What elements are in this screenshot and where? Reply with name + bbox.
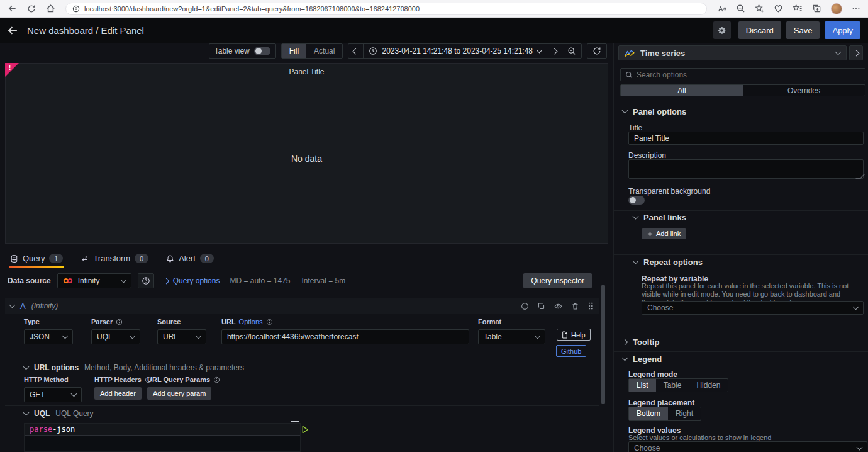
table-view-switch[interactable] [254,47,270,55]
description-textarea[interactable] [628,159,864,179]
viz-type-picker[interactable]: Time series [618,45,847,60]
drag-handle-icon[interactable] [587,302,594,310]
browser-home-icon[interactable] [46,4,55,13]
site-info-icon[interactable] [72,5,80,13]
query-row-header[interactable]: A (Infinity) [5,298,599,314]
discard-button[interactable]: Discard [738,21,781,39]
panel-settings-button[interactable] [713,21,731,39]
zoom-out-time-button[interactable] [562,44,581,58]
tab-alert[interactable]: Alert 0 [166,249,214,268]
query-options-label: Query options [173,276,220,285]
read-aloud-icon[interactable] [717,4,726,13]
info-circle-icon[interactable] [116,319,123,325]
profile-avatar[interactable] [831,3,842,14]
tab-all[interactable]: All [621,85,743,96]
browser-essentials-icon[interactable] [774,4,783,13]
url-options-link[interactable]: Options [239,318,263,325]
datasource-help-button[interactable] [138,273,154,288]
field-format: Format Table [478,317,545,344]
run-query-icon[interactable] [301,426,309,434]
uql-title: UQL [34,409,50,418]
repeat-variable-select[interactable]: Choose [642,301,864,315]
legend-placement-bottom[interactable]: Bottom [629,407,668,420]
database-icon [10,254,18,263]
chevron-left-icon [353,48,359,54]
transparent-background-switch[interactable] [628,196,645,205]
query-scrollbar[interactable] [601,285,605,404]
editor-resize-handle[interactable] [291,421,299,422]
uql-header[interactable]: UQL UQL Query [24,409,94,418]
tab-transform[interactable]: Transform 0 [81,249,148,268]
toggle-query-visibility-icon[interactable] [554,302,563,310]
legend-placement-right[interactable]: Right [668,407,701,420]
back-to-dashboard-icon[interactable] [8,25,18,36]
tab-query[interactable]: Query 1 [10,249,63,268]
uql-code-editor[interactable]: parse-json [24,423,301,452]
field-source: Source URL [157,317,206,344]
datasource-picker[interactable]: Infinity [57,273,131,288]
parser-select[interactable]: UQL [91,329,140,344]
panel-options-header[interactable]: Panel options [623,107,686,116]
viz-type-value: Time series [640,48,685,58]
duplicate-query-icon[interactable] [537,302,545,310]
fill-option[interactable]: Fill [282,44,306,58]
interval-value: Interval = 5m [302,276,346,285]
time-shift-back-button[interactable] [348,44,363,58]
query-inspector-button[interactable]: Query inspector [523,273,592,288]
browser-back-icon[interactable] [8,4,17,13]
time-shift-forward-button[interactable] [547,44,562,58]
add-header-button[interactable]: Add header [94,387,142,400]
browser-menu-icon[interactable] [852,4,860,13]
type-select[interactable]: JSON [24,329,73,344]
format-select[interactable]: Table [478,329,545,344]
panel-links-header[interactable]: Panel links [633,213,686,222]
apply-button[interactable]: Apply [825,21,860,39]
panel-title-input[interactable] [628,132,864,145]
panel-edit-toolbar: Table view Fill Actual 2023-04-21 14:21:… [0,43,608,59]
legend-values-select[interactable]: Choose [628,441,867,452]
delete-query-icon[interactable] [571,302,579,310]
section-divider [5,359,599,359]
favorites-bar-icon[interactable] [793,4,803,13]
legend-mode-list[interactable]: List [629,379,656,392]
source-label: Source [157,317,206,326]
address-bar[interactable]: localhost:3000/dashboard/new?orgId=1&edi… [65,3,707,15]
collapse-options-button[interactable] [849,45,863,60]
time-range-button[interactable]: 2023-04-21 14:21:48 to 2023-04-25 14:21:… [363,44,547,58]
favorite-this-page-icon[interactable] [755,4,764,13]
actual-option[interactable]: Actual [306,44,342,58]
code-line[interactable]: parse-json [25,424,300,436]
refresh-button[interactable] [587,44,606,58]
query-ref-id[interactable]: A [20,302,26,311]
legend-header[interactable]: Legend [623,354,662,364]
panel-title[interactable]: Panel Title [6,67,608,76]
repeat-options-header[interactable]: Repeat options [633,257,703,267]
info-circle-icon[interactable] [266,319,273,325]
zoom-icon[interactable] [736,4,745,13]
add-query-param-button[interactable]: Add query param [147,387,211,400]
source-select[interactable]: URL [157,329,206,344]
tab-overrides[interactable]: Overrides [743,85,865,96]
datasource-label: Data source [8,276,51,285]
url-input[interactable] [221,329,469,344]
browser-refresh-icon[interactable] [27,4,36,13]
chevron-down-icon [537,47,543,53]
add-link-button[interactable]: Add link [642,228,686,239]
options-search[interactable] [620,68,865,81]
url-options-header[interactable]: URL options Method, Body, Additional hea… [24,363,244,372]
tooltip-header[interactable]: Tooltip [623,337,659,347]
query-help-icon[interactable] [521,302,529,310]
legend-mode-hidden[interactable]: Hidden [689,379,728,392]
help-button[interactable]: Help [557,329,591,341]
save-button[interactable]: Save [786,21,820,39]
legend-mode-table[interactable]: Table [656,379,689,392]
collections-icon[interactable] [812,4,821,13]
info-circle-icon[interactable] [213,376,220,383]
search-input[interactable] [637,71,860,79]
query-options-toggle[interactable]: Query options [164,276,220,285]
http-method-select[interactable]: GET [24,387,82,402]
collapse-query-icon[interactable] [9,302,16,308]
github-button[interactable]: Github [556,345,586,357]
table-view-toggle[interactable]: Table view [209,44,275,58]
panel-preview[interactable]: ! Panel Title No data [5,63,608,244]
